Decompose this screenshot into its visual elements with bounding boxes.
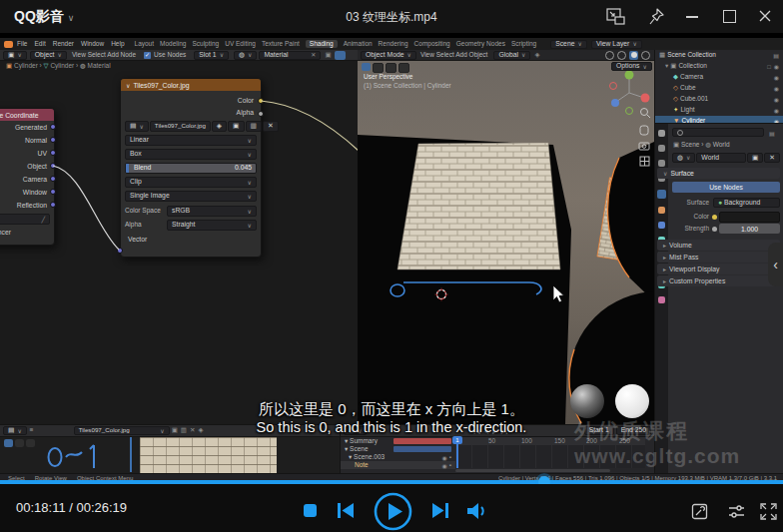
tiled-plane[interactable] bbox=[397, 143, 560, 269]
material-tab-icon[interactable] bbox=[658, 296, 665, 303]
tool-icon[interactable] bbox=[15, 439, 24, 447]
eye-icon[interactable]: ◉ bbox=[774, 74, 779, 81]
orientation-dropdown[interactable]: Global∨ bbox=[493, 51, 530, 60]
surface-value-field[interactable]: ● Background bbox=[713, 198, 780, 208]
source-dropdown[interactable]: Single Image∨ bbox=[125, 191, 257, 202]
snap-magnet-icon[interactable]: ◈ bbox=[534, 52, 539, 59]
custom-properties-panel[interactable]: ▸Custom Properties bbox=[657, 275, 780, 286]
rendered-shading-icon[interactable] bbox=[641, 51, 650, 60]
menu-edit[interactable]: Edit bbox=[34, 41, 45, 48]
socket-generated[interactable] bbox=[50, 124, 56, 130]
unlink-icon[interactable]: ✕ bbox=[263, 121, 279, 132]
world-icon[interactable]: ◍∨ bbox=[672, 153, 695, 163]
menu-window[interactable]: Window bbox=[81, 41, 104, 48]
world-name-field[interactable]: World bbox=[696, 153, 746, 163]
open-image-icon[interactable]: ▥ bbox=[246, 121, 262, 132]
new-image-icon[interactable]: ▣ bbox=[228, 121, 244, 132]
eye-icon[interactable]: ◉ bbox=[774, 96, 779, 103]
socket-object[interactable] bbox=[50, 163, 56, 169]
tab-shading-active[interactable]: Shading bbox=[306, 40, 338, 49]
maximize-button[interactable] bbox=[723, 10, 736, 23]
wireframe-shading-icon[interactable] bbox=[605, 51, 614, 60]
color-swatch[interactable] bbox=[719, 212, 780, 223]
eye-icon[interactable]: ◉ bbox=[774, 85, 779, 92]
outliner-row-cube001[interactable]: ◇ Cube.001 ◉ bbox=[655, 94, 783, 105]
color-space-dropdown[interactable]: sRGB∨ bbox=[167, 206, 257, 217]
image-texture-node[interactable]: ∨ Tiles097_Color.jpg Color Alpha ▤∨ Tile… bbox=[120, 78, 262, 258]
socket-camera[interactable] bbox=[50, 176, 56, 182]
image-icon[interactable]: ▤∨ bbox=[125, 121, 149, 132]
tab-rendering[interactable]: Rendering bbox=[379, 41, 408, 48]
options-dropdown[interactable]: Options∨ bbox=[611, 62, 652, 71]
blend-slider[interactable]: Blend 0.045 bbox=[125, 163, 257, 174]
close-button[interactable] bbox=[758, 9, 772, 23]
viewport-display-panel[interactable]: ▸Viewport Display bbox=[657, 264, 780, 274]
view-layer-selector[interactable]: View Layer∨ bbox=[591, 40, 642, 49]
fullscreen-icon[interactable] bbox=[760, 503, 777, 520]
screenshot-tool-icon[interactable] bbox=[691, 503, 708, 520]
lock-icon[interactable]: ▪ bbox=[449, 454, 451, 460]
texture-image-preview[interactable] bbox=[140, 437, 277, 474]
properties-search-input[interactable] bbox=[672, 128, 764, 137]
tool-icon[interactable] bbox=[26, 439, 35, 447]
node-header[interactable]: ∨ Tiles097_Color.jpg bbox=[121, 79, 261, 91]
tab-geometry-nodes[interactable]: Geometry Nodes bbox=[456, 41, 505, 48]
use-nodes-button[interactable]: Use Nodes bbox=[672, 182, 780, 193]
view-mode-icon[interactable] bbox=[4, 439, 13, 447]
tab-layout[interactable]: Layout bbox=[135, 41, 155, 48]
outliner-row-camera[interactable]: ◆ Camera ◉ bbox=[655, 72, 783, 83]
collapse-icon[interactable]: ∨ bbox=[126, 82, 130, 89]
channel-scene003[interactable]: ▾ Scene.003 ◉ ▪ bbox=[341, 453, 455, 461]
new-world-icon[interactable]: ▣ bbox=[747, 153, 763, 163]
playlist-drawer-handle[interactable]: ‹ bbox=[768, 243, 783, 286]
lock-icon[interactable]: ▪ bbox=[449, 462, 451, 468]
shader-mode-dropdown[interactable]: Object∨ bbox=[30, 51, 67, 60]
socket-normal[interactable] bbox=[50, 137, 56, 143]
eyedropper-icon[interactable]: ╱ bbox=[41, 217, 45, 223]
socket-uv[interactable] bbox=[50, 150, 56, 156]
fake-user-icon[interactable]: ◈ bbox=[212, 121, 227, 132]
disclosure-icon[interactable]: ▾ bbox=[665, 63, 668, 70]
close-icon[interactable]: ✕ bbox=[311, 52, 316, 58]
mini-mode-icon[interactable] bbox=[606, 8, 625, 25]
socket-alpha-output[interactable] bbox=[258, 111, 264, 117]
pin-icon[interactable]: ▣ bbox=[325, 52, 331, 59]
pin-icon[interactable] bbox=[648, 7, 666, 26]
tab-compositing[interactable]: Compositing bbox=[414, 41, 450, 48]
projection-dropdown[interactable]: Box∨ bbox=[125, 149, 257, 160]
editor-type-icon[interactable]: ▣∨ bbox=[3, 51, 27, 60]
image-name-field[interactable]: Tiles097_Color.jpg bbox=[150, 121, 211, 132]
filter-icon[interactable]: ▤ bbox=[773, 52, 779, 59]
tool-icon[interactable] bbox=[398, 63, 409, 73]
tab-scripting[interactable]: Scripting bbox=[511, 41, 536, 48]
material-icon[interactable]: ◍∨ bbox=[234, 51, 257, 60]
socket-vector-input[interactable] bbox=[117, 248, 123, 254]
socket-reflection[interactable] bbox=[50, 202, 56, 208]
timeline-scrollbar[interactable] bbox=[455, 469, 610, 472]
next-button[interactable] bbox=[430, 502, 450, 519]
strength-field[interactable]: 1.000 bbox=[719, 224, 780, 234]
unlink-icon[interactable]: ✕ bbox=[764, 153, 780, 163]
surface-panel-header[interactable]: ∨ Surface bbox=[657, 168, 780, 179]
socket-color-output[interactable] bbox=[258, 98, 264, 104]
channel-note[interactable]: Note ◉ ▪ bbox=[341, 461, 455, 469]
eye-icon[interactable]: ◉ bbox=[774, 107, 779, 114]
slot-dropdown[interactable]: Slot 1∨ bbox=[194, 51, 229, 60]
eye-icon[interactable]: ◉ bbox=[442, 454, 447, 461]
eye-icon[interactable]: ◉ bbox=[442, 462, 447, 469]
volume-button[interactable] bbox=[465, 502, 487, 520]
shader-menus[interactable]: View Select Add Node bbox=[72, 52, 136, 59]
tab-uv-editing[interactable]: UV Editing bbox=[225, 41, 256, 48]
material-preview-icon[interactable] bbox=[629, 51, 638, 60]
menu-file[interactable]: File bbox=[17, 41, 27, 48]
tab-animation[interactable]: Animation bbox=[344, 41, 373, 48]
settings-sliders-icon[interactable] bbox=[728, 503, 745, 520]
tool-tab-icon[interactable] bbox=[658, 130, 665, 137]
outliner-row-cube[interactable]: ◇ Cube ◉ bbox=[655, 83, 783, 94]
tool-icon[interactable] bbox=[386, 63, 396, 73]
outliner-row-light[interactable]: ✦ Light ◉ bbox=[655, 105, 783, 116]
filter-icon[interactable]: ▤ bbox=[769, 130, 775, 137]
texture-coordinate-node[interactable]: Texture Coordinate Generated Normal UV O… bbox=[0, 108, 55, 246]
tool-icon[interactable] bbox=[373, 63, 384, 73]
tab-sculpting[interactable]: Sculpting bbox=[192, 41, 219, 48]
